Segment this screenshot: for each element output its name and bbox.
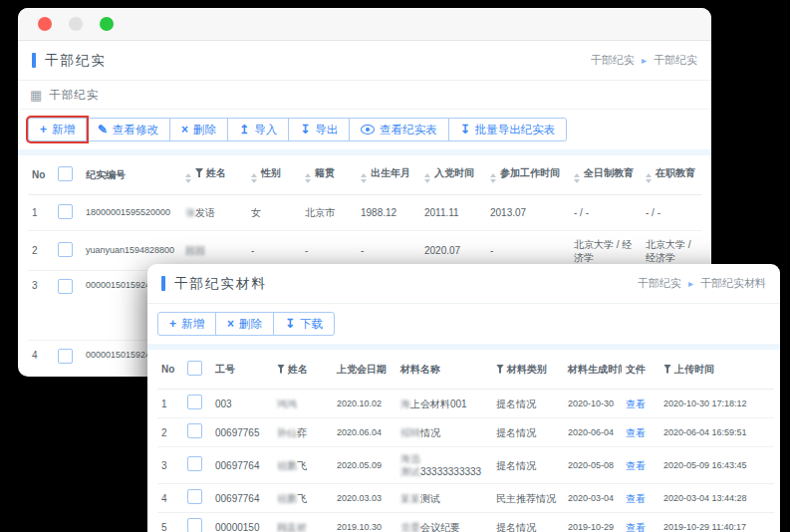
button-label: 导出 — [315, 123, 338, 136]
column-header[interactable]: 在职教育 — [642, 155, 701, 195]
cell-text: 33333333333 — [420, 466, 481, 477]
redacted-text: 鸿鸿 — [277, 399, 297, 409]
table-cell: 党委会议纪要 — [396, 513, 492, 532]
column-header[interactable]: 性别 — [247, 155, 301, 195]
breadcrumb-link[interactable]: 干部纪实 — [638, 277, 681, 289]
row-checkbox[interactable] — [58, 242, 73, 257]
table-cell: 2019.10.30 — [333, 513, 396, 532]
add-button[interactable]: +新增 — [28, 118, 87, 141]
view-file-link[interactable]: 查看 — [626, 493, 646, 504]
table-cell: 18000001595520000 — [82, 195, 181, 231]
button-label: 批量导出纪实表 — [475, 123, 556, 136]
view-file-link[interactable]: 查看 — [626, 427, 646, 438]
delete-button[interactable]: ×删除 — [169, 118, 228, 141]
table-cell: 2020-06-04 — [564, 418, 622, 447]
column-header[interactable]: 参加工作时间 — [486, 155, 570, 195]
add-button[interactable]: +新增 — [157, 312, 216, 336]
plus-icon: + — [40, 125, 47, 134]
row-checkbox[interactable] — [187, 395, 202, 409]
view-file-link[interactable]: 查看 — [626, 460, 646, 471]
breadcrumb-link[interactable]: 干部纪实 — [591, 54, 635, 66]
column-header[interactable]: 全日制教育 — [570, 155, 642, 195]
download-icon: ↧ — [285, 319, 295, 329]
sort-caret-icon — [574, 173, 580, 183]
table-cell: - / - — [642, 195, 701, 231]
view-edit-button[interactable]: ✎查看修改 — [86, 118, 170, 141]
row-checkbox[interactable] — [58, 204, 73, 219]
button-label: 删除 — [239, 317, 262, 331]
front-window: 干部纪实材料 干部纪实 干部纪实材料 +新增×删除↧下载 No工号姓名上党会日期… — [147, 264, 780, 532]
column-header[interactable]: 姓名 — [273, 350, 333, 390]
table-cell — [54, 341, 82, 378]
import-button[interactable]: ↥导入 — [227, 118, 289, 141]
sort-caret-icon — [646, 173, 652, 183]
table-cell: 提名情况 — [492, 390, 564, 418]
table-cell: 孙仙弈 — [273, 418, 333, 447]
column-header[interactable]: 材料类别 — [492, 350, 564, 390]
cell-text: 测试 — [420, 493, 440, 504]
toolbar: +新增✎查看修改×删除↥导入↧导出查看纪实表↧批量导出纪实表 — [18, 110, 711, 149]
delete-button[interactable]: ×删除 — [215, 312, 274, 336]
filter-icon — [496, 365, 504, 374]
view-file-link[interactable]: 查看 — [626, 399, 646, 409]
column-header: 上党会日期 — [333, 350, 396, 390]
table-cell: 4 — [28, 341, 54, 378]
button-label: 删除 — [193, 123, 216, 136]
export-button[interactable]: ↧导出 — [288, 118, 350, 141]
table-cell: 提名情况 — [492, 418, 564, 447]
table-row: 1003鸿鸿2020.10.02海上会材料001提名情况2020-10-30查看… — [157, 390, 774, 418]
redacted-text: 海选 — [400, 453, 420, 464]
row-checkbox[interactable] — [187, 518, 202, 532]
row-checkbox[interactable] — [187, 456, 202, 471]
row-checkbox[interactable] — [187, 489, 202, 504]
download-icon: ↧ — [460, 125, 470, 134]
column-header: 文件 — [622, 350, 659, 390]
column-header[interactable]: 上传时间 — [659, 350, 774, 390]
view-record-table-button[interactable]: 查看纪实表 — [349, 118, 449, 141]
column-header[interactable]: 入党时间 — [420, 155, 486, 195]
column-label: 工号 — [215, 364, 235, 375]
page-title-text: 干部纪实材料 — [174, 275, 267, 293]
redacted-text: 孙仙 — [277, 427, 297, 438]
row-checkbox[interactable] — [58, 349, 73, 364]
table-row: 118000001595520000张发语女北京市1988.122011.112… — [28, 195, 701, 231]
page-header: 干部纪实 干部纪实 干部纪实 — [18, 41, 711, 81]
column-label: 材料类别 — [507, 364, 547, 375]
column-label: 全日制教育 — [584, 167, 634, 178]
table-cell: 张发语 — [181, 195, 247, 231]
column-label: 姓名 — [288, 364, 308, 375]
zoom-button[interactable] — [100, 17, 114, 31]
column-header[interactable]: 籍贯 — [301, 155, 357, 195]
table-cell: 海上会材料001 — [396, 390, 492, 418]
column-header[interactable]: 姓名 — [181, 155, 247, 195]
view-file-link[interactable]: 查看 — [626, 522, 646, 532]
select-all-checkbox[interactable] — [58, 166, 73, 181]
table-header-row: No工号姓名上党会日期材料名称材料类别材料生成时间文件上传时间 — [157, 350, 774, 390]
table-row: 500000150顾盖娇2019.10.30党委会议纪要提名情况2019-10-… — [157, 513, 774, 532]
sort-caret-icon — [305, 173, 311, 183]
table-cell — [54, 271, 82, 341]
download-button[interactable]: ↧下载 — [273, 312, 335, 336]
table-cell — [183, 513, 211, 532]
redacted-text: 招聘 — [400, 427, 420, 438]
title-accent-bar — [32, 53, 36, 68]
minimize-button[interactable] — [69, 17, 83, 31]
column-header: 材料生成时间 — [564, 350, 622, 390]
table-cell: 提名情况 — [492, 447, 564, 484]
column-header[interactable]: 出生年月 — [357, 155, 420, 195]
select-all-checkbox[interactable] — [187, 361, 202, 376]
redacted-text: 顾盖娇 — [277, 522, 307, 532]
row-checkbox[interactable] — [58, 279, 73, 294]
row-checkbox[interactable] — [187, 423, 202, 438]
column-label: 在职教育 — [656, 167, 695, 178]
redacted-text: 海 — [400, 399, 410, 409]
cell-text: 飞 — [297, 493, 307, 504]
section-title-text: 干部纪实 — [49, 88, 99, 103]
close-button[interactable] — [38, 17, 52, 31]
table-cell: 2020.03.03 — [333, 484, 396, 513]
column-label: 参加工作时间 — [500, 167, 560, 178]
table-row: 200697765孙仙弈2020.06.04招聘情况提名情况2020-06-04… — [157, 418, 774, 447]
batch-export-record-table-button[interactable]: ↧批量导出纪实表 — [448, 118, 568, 141]
table-cell: 003 — [211, 390, 273, 418]
table-cell: 2020-10-30 17:18:12 — [659, 390, 774, 418]
